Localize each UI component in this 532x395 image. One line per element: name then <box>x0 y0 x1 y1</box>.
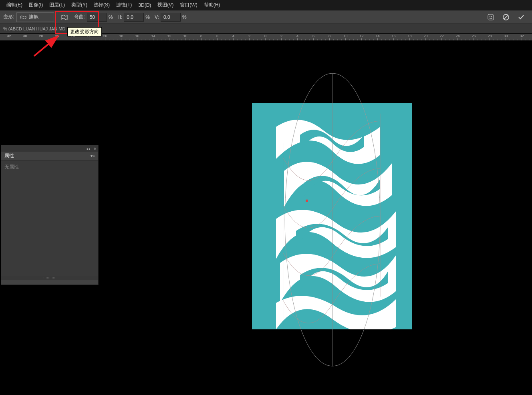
ruler-tick: 24 <box>457 34 458 41</box>
free-transform-toggle-icon[interactable] <box>486 13 495 22</box>
ruler-tick: 12 <box>361 34 362 41</box>
ruler-tick: 20 <box>425 34 426 41</box>
menu-3d[interactable]: 3D(D) <box>135 2 154 8</box>
ruler-tick: 20 <box>105 34 105 41</box>
bend-percent: % <box>109 14 113 20</box>
ruler-tick: 4 <box>297 34 298 41</box>
ruler-tick: 8 <box>329 34 330 41</box>
h-percent: % <box>145 14 150 20</box>
toolbar-right-controls <box>486 13 526 22</box>
ruler-tick: 10 <box>185 34 185 41</box>
panel-control-strip: ◂◂ ✕ <box>1 145 98 152</box>
panel-menu-icon[interactable]: ▾≡ <box>91 154 95 158</box>
no-properties-label: 无属性 <box>4 164 19 170</box>
menu-help[interactable]: 帮助(H) <box>201 2 224 8</box>
panel-resize-grip[interactable] <box>1 276 98 280</box>
properties-tab[interactable]: 属性 <box>4 152 14 159</box>
menu-window[interactable]: 窗口(W) <box>177 2 200 8</box>
panel-body: 无属性 <box>1 160 98 276</box>
h-distort-input[interactable] <box>124 13 144 22</box>
ruler-tick: 4 <box>233 34 234 41</box>
svg-point-1 <box>490 16 490 17</box>
ruler-tick: 10 <box>345 34 346 41</box>
bend-label: 弯曲: <box>74 14 85 20</box>
warp-label: 变形: <box>3 14 14 20</box>
svg-line-4 <box>504 15 508 19</box>
ruler-tick: 28 <box>41 34 41 41</box>
menu-type[interactable]: 类型(Y) <box>68 2 91 8</box>
ruler-tick: 6 <box>217 34 218 41</box>
menu-select[interactable]: 选择(S) <box>91 2 113 8</box>
ruler-tick: 26 <box>57 34 57 41</box>
artwork-canvas <box>252 103 412 329</box>
ruler-tick: 14 <box>377 34 378 41</box>
menu-filter[interactable]: 滤镜(T) <box>113 2 135 8</box>
menu-layer[interactable]: 图层(L) <box>46 2 68 8</box>
ruler-tick: 30 <box>506 34 506 41</box>
ruler-tick: 18 <box>409 34 410 41</box>
ruler-tick: 2 <box>249 34 250 41</box>
warp-style-dropdown[interactable]: 旗帜 <box>16 12 54 22</box>
ruler-tick: 12 <box>169 34 169 41</box>
options-bar: 变形: 旗帜 弯曲: % H: % V: % <box>0 10 532 24</box>
warp-style-value: 旗帜 <box>29 14 38 20</box>
v-label: V: <box>155 14 159 20</box>
close-panel-icon[interactable]: ✕ <box>93 146 97 151</box>
ruler-tick: 6 <box>313 34 314 41</box>
ruler-tick: 16 <box>393 34 394 41</box>
menu-bar: 编辑(E) 图像(I) 图层(L) 类型(Y) 选择(S) 滤镜(T) 3D(D… <box>0 0 532 10</box>
ruler-tick: 2 <box>281 34 282 41</box>
h-label: H: <box>117 14 122 20</box>
svg-point-2 <box>491 16 492 17</box>
orientation-tooltip: 更改变形方向 <box>67 27 102 36</box>
ruler-tick: 0 <box>265 34 266 41</box>
ruler-tick: 8 <box>201 34 202 41</box>
ruler-tick: 26 <box>474 34 474 41</box>
ruler-tick: 16 <box>137 34 137 41</box>
ruler-tick: 18 <box>121 34 121 41</box>
ruler-tick: 28 <box>490 34 490 41</box>
document-tab[interactable]: % (ABCD LUAN HUAJ JAN MD <box>3 26 65 31</box>
bend-input[interactable] <box>87 13 107 22</box>
cancel-transform-icon[interactable] <box>502 13 510 22</box>
ruler-tick: 14 <box>153 34 153 41</box>
flag-warp-icon <box>20 15 26 20</box>
menu-edit[interactable]: 编辑(E) <box>3 2 26 8</box>
properties-panel: ◂◂ ✕ 属性 ▾≡ 无属性 <box>1 145 99 285</box>
menu-image[interactable]: 图像(I) <box>26 2 46 8</box>
canvas-area[interactable]: ◂◂ ✕ 属性 ▾≡ 无属性 <box>0 41 532 395</box>
ruler-tick: 22 <box>441 34 442 41</box>
change-warp-orientation-button[interactable] <box>59 12 70 23</box>
collapse-panel-icon[interactable]: ◂◂ <box>86 146 90 151</box>
menu-view[interactable]: 视图(V) <box>154 2 177 8</box>
panel-header: 属性 ▾≡ <box>1 152 98 160</box>
svg-rect-0 <box>488 14 494 20</box>
ruler-tick: 32 <box>522 34 522 41</box>
ruler-tick: 30 <box>25 34 25 41</box>
commit-transform-icon[interactable] <box>517 13 526 22</box>
ruler-tick: 32 <box>9 34 9 41</box>
v-distort-input[interactable] <box>161 13 181 22</box>
v-percent: % <box>182 14 187 20</box>
